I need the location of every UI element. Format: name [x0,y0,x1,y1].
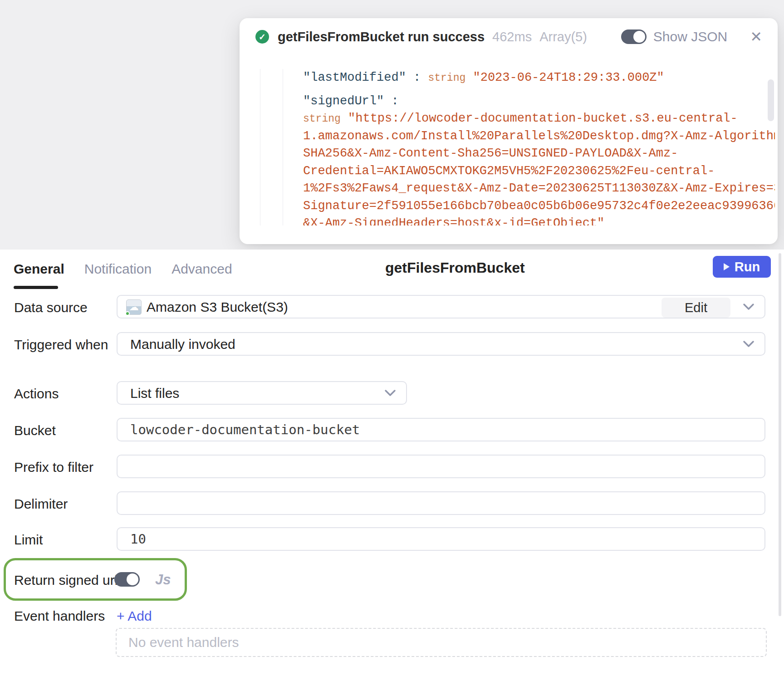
json-code: "lastModified" : string "2023-06-24T18:2… [303,69,775,225]
play-icon [724,263,730,270]
data-source-value: Amazon S3 Bucket(S3) [147,296,288,318]
indent-guide [283,69,283,225]
delimiter-label: Delimiter [14,496,68,512]
success-check-icon: ✓ [255,30,269,44]
close-icon[interactable]: ✕ [750,30,762,44]
chevron-down-icon [384,388,396,397]
actions-value: List files [130,382,179,404]
actions-select[interactable]: List files [117,381,407,405]
limit-label: Limit [14,532,43,548]
run-button-label: Run [735,260,760,274]
actions-label: Actions [14,386,59,402]
bucket-label: Bucket [14,423,56,438]
triggered-when-select[interactable]: Manually invoked [117,332,765,356]
show-json-toggle[interactable] [621,29,647,44]
add-event-handler-button[interactable]: + Add [117,608,152,624]
delimiter-input[interactable] [118,492,764,514]
tab-general[interactable]: General [14,261,64,277]
run-result-header: ✓ getFilesFromBucket run success 462ms A… [255,29,762,44]
run-result-title: getFilesFromBucket run success [278,29,485,44]
tab-notification[interactable]: Notification [84,261,152,277]
popup-scrollbar-thumb[interactable] [768,79,774,121]
json-code-line: "signedUrl" : [303,93,775,110]
no-event-handlers-text: No event handlers [128,629,766,656]
data-source-select[interactable]: ☁ Amazon S3 Bucket(S3) Edit [117,295,765,318]
bucket-input[interactable] [118,419,764,441]
json-code-line: 1%2Fs3%2Faws4_request&X-Amz-Date=2023062… [303,180,775,197]
show-json-label: Show JSON [653,29,727,44]
chevron-down-icon [743,302,755,311]
limit-input-box [117,527,765,551]
result-type-badge: Array(5) [539,29,587,44]
panel-scrollbar-thumb[interactable] [779,253,781,616]
tab-advanced[interactable]: Advanced [172,261,232,277]
triggered-when-label: Triggered when [14,337,108,353]
event-handlers-label: Event handlers [14,608,105,624]
delimiter-input-box [117,491,765,515]
indent-guide [260,69,260,225]
prefix-input[interactable] [118,456,764,477]
json-code-line: Credential=AKIAWO5CMXTOKG2M5VH5%2F202306… [303,162,775,180]
settings-tabs: General Notification Advanced [14,261,232,277]
json-code-line: "lastModified" : string "2023-06-24T18:2… [303,69,775,87]
limit-input[interactable] [118,528,764,550]
prefix-label: Prefix to filter [14,460,93,475]
run-duration: 462ms [492,29,532,44]
json-code-line: &X-Amz-SignedHeaders=host&x-id=GetObject… [303,215,775,225]
active-tab-underline [14,286,58,289]
json-code-line: Signature=2f591055e166bcb70bea0c05b6b06e… [303,197,775,215]
json-code-line: string "https://lowcoder-documentation-b… [303,110,775,127]
data-source-label: Data source [14,300,88,315]
triggered-when-value: Manually invoked [130,333,235,355]
return-signed-url-toggle[interactable] [114,572,140,587]
event-handlers-empty-box: No event handlers [116,628,767,657]
json-result-viewer[interactable]: "lastModified" : string "2023-06-24T18:2… [240,69,778,225]
run-result-popup: ✓ getFilesFromBucket run success 462ms A… [240,18,778,244]
toggle-knob [633,31,645,43]
query-name-title: getFilesFromBucket [385,260,525,276]
js-expression-icon[interactable]: Js [155,572,171,588]
run-button[interactable]: Run [713,256,771,278]
chevron-down-icon [743,339,755,348]
edit-datasource-button[interactable]: Edit [662,298,730,318]
prefix-input-box [117,455,765,478]
json-code-line: SHA256&X-Amz-Content-Sha256=UNSIGNED-PAY… [303,145,775,162]
toggle-knob [127,573,138,585]
s3-datasource-icon: ☁ [126,299,142,315]
json-code-line: 1.amazonaws.com/Install%20Parallels%20De… [303,127,775,145]
query-settings-panel: General Notification Advanced getFilesFr… [0,250,784,686]
return-signed-url-label: Return signed url [14,573,118,588]
bucket-input-box [117,418,765,441]
